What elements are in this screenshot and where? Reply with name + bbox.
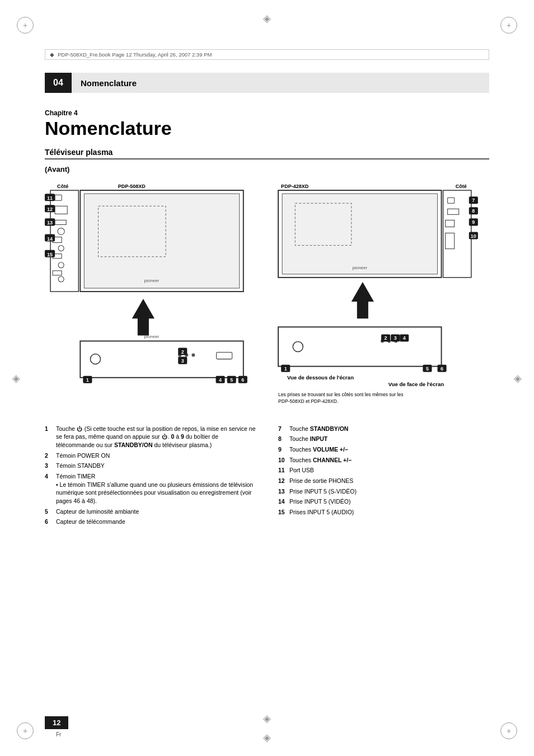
note-item-13: 13 Prise INPUT 5 (S-VIDÉO) (278, 487, 489, 496)
cote-right-label: Côté (456, 184, 467, 189)
svg-text:Les prises se trouvant sur les: Les prises se trouvant sur les côtés son… (278, 392, 403, 397)
svg-text:15: 15 (47, 252, 53, 257)
chapter-heading: Nomenclature (72, 73, 489, 93)
reg-mark-bc: ◈ (263, 712, 271, 725)
svg-text:12: 12 (47, 207, 53, 213)
reg-mark-bl (17, 722, 34, 739)
svg-text:Vue de face de l'écran: Vue de face de l'écran (388, 381, 444, 387)
svg-text:3: 3 (394, 336, 397, 341)
note-item-8: 8 Touche INPUT (278, 435, 489, 443)
main-content: Chapitre 4 Nomenclature Téléviseur plasm… (45, 104, 489, 528)
notes-right: 7 Touche STANDBY/ON 8 Touche INPUT 9 Tou… (278, 425, 489, 529)
svg-text:7: 7 (472, 198, 475, 204)
chapter-header: 04 Nomenclature (45, 73, 489, 93)
note-item-4: 4 Témoin TIMER• Le témoin TIMER s'allume… (45, 472, 256, 505)
note-item-3: 3 Témoin STANDBY (45, 462, 256, 470)
pdp428-label: PDP-428XD (281, 184, 309, 189)
note-item-11: 11 Port USB (278, 466, 489, 475)
note-item-12: 12 Prise de sortie PHONES (278, 477, 489, 485)
note-item-2: 2 Témoin POWER ON (45, 452, 256, 460)
svg-text:1: 1 (86, 377, 89, 383)
svg-text:13: 13 (47, 220, 53, 226)
svg-text:10: 10 (471, 233, 476, 239)
svg-rect-49 (443, 191, 471, 278)
section-title: Téléviseur plasma (45, 148, 489, 159)
svg-point-31 (191, 354, 195, 357)
svg-text:3: 3 (181, 358, 184, 364)
svg-text:4: 4 (403, 336, 406, 341)
note-item-14: 14 Prise INPUT 5 (VIDÉO) (278, 497, 489, 506)
svg-rect-46 (282, 194, 437, 275)
svg-text:2: 2 (385, 336, 387, 341)
reg-mark-tr (500, 17, 517, 34)
pdp508-label: PDP-508XD (118, 184, 146, 189)
svg-text:8: 8 (472, 209, 475, 214)
note-item-9: 9 Touches VOLUME +/– (278, 445, 489, 454)
chapter-label: Chapitre 4 (45, 109, 489, 117)
svg-text:pioneer: pioneer (352, 265, 367, 270)
svg-marker-25 (132, 299, 154, 335)
file-info-text: PDP-508XD_Fre.book Page 12 Thursday, Apr… (58, 51, 212, 58)
subsection-avant: (Avant) (45, 165, 489, 173)
page-number: 12 (45, 716, 68, 729)
reg-mark-mr: ◈ (514, 372, 522, 384)
chapter-num: 04 (45, 73, 72, 93)
reg-mark-tl (17, 17, 34, 34)
svg-text:Vue de dessous de l'écran: Vue de dessous de l'écran (287, 374, 354, 381)
notes-section: 1 Touche ⏻ (Si cette touche est sur la p… (45, 425, 489, 529)
reg-mark-mb: ◈ (263, 731, 271, 744)
file-info-bar: ◆ PDP-508XD_Fre.book Page 12 Thursday, A… (45, 49, 489, 60)
svg-text:2: 2 (181, 349, 184, 355)
reg-mark-br (500, 722, 517, 739)
note-item-6: 6 Capteur de télécommande (45, 518, 256, 526)
svg-text:pioneer: pioneer (144, 335, 160, 340)
note-item-5: 5 Capteur de luminosité ambiante (45, 508, 256, 516)
chapter-title: Nomenclature (45, 118, 489, 139)
svg-text:6: 6 (441, 366, 443, 372)
svg-rect-22 (84, 194, 239, 289)
svg-text:4: 4 (219, 377, 222, 383)
note-item-15: 15 Prises INPUT 5 (AUDIO) (278, 508, 489, 516)
svg-text:5: 5 (230, 377, 233, 383)
svg-text:1: 1 (284, 366, 287, 372)
cote-left-label: Côté (57, 184, 68, 189)
diamond-icon: ◆ (50, 51, 54, 58)
svg-text:6: 6 (241, 377, 244, 383)
notes-left: 1 Touche ⏻ (Si cette touche est sur la p… (45, 425, 256, 529)
note-item-10: 10 Touches CHANNEL +/– (278, 456, 489, 464)
svg-text:5: 5 (426, 366, 429, 372)
note-item-7: 7 Touche STANDBY/ON (278, 425, 489, 433)
svg-text:pioneer: pioneer (144, 278, 160, 283)
svg-text:14: 14 (47, 236, 53, 242)
reg-mark-ml: ◈ (12, 372, 20, 384)
reg-mark-mt: ◈ (263, 12, 271, 25)
page-lang: Fr (56, 731, 61, 738)
note-item-1: 1 Touche ⏻ (Si cette touche est sur la p… (45, 425, 256, 449)
svg-text:9: 9 (472, 220, 475, 226)
diagram-svg: Côté PDP-508XD 11 12 13 14 15 (45, 178, 489, 420)
svg-marker-62 (352, 282, 374, 318)
svg-text:11: 11 (47, 196, 53, 201)
svg-text:PDP-508XD et PDP-428XD.: PDP-508XD et PDP-428XD. (278, 398, 338, 404)
